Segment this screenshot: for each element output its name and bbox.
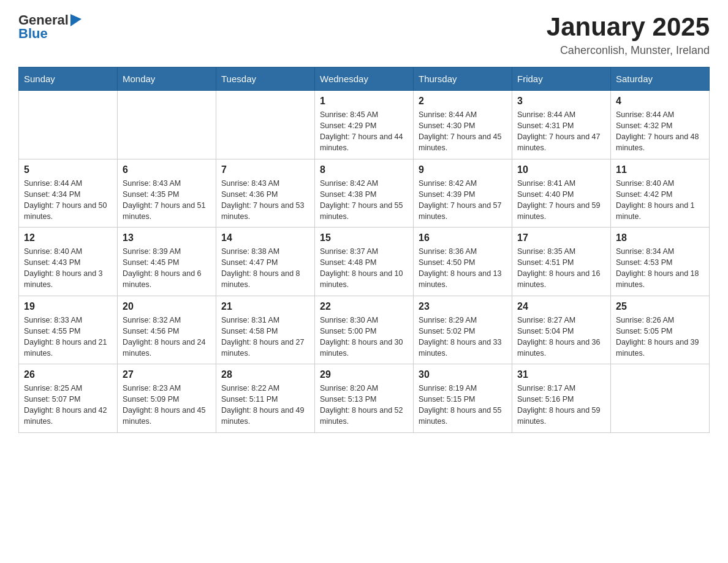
day-info: Sunrise: 8:37 AM Sunset: 4:48 PM Dayligh… <box>320 246 408 291</box>
calendar-cell: 8Sunrise: 8:42 AM Sunset: 4:38 PM Daylig… <box>315 159 414 228</box>
calendar-cell: 26Sunrise: 8:25 AM Sunset: 5:07 PM Dayli… <box>19 364 118 433</box>
calendar-cell: 14Sunrise: 8:38 AM Sunset: 4:47 PM Dayli… <box>216 228 315 296</box>
calendar-cell: 10Sunrise: 8:41 AM Sunset: 4:40 PM Dayli… <box>512 159 611 228</box>
day-number: 27 <box>123 369 211 380</box>
day-info: Sunrise: 8:29 AM Sunset: 5:02 PM Dayligh… <box>419 315 507 359</box>
weekday-header-monday: Monday <box>118 67 216 91</box>
calendar-cell: 12Sunrise: 8:40 AM Sunset: 4:43 PM Dayli… <box>19 228 118 296</box>
day-info: Sunrise: 8:44 AM Sunset: 4:32 PM Dayligh… <box>616 109 704 154</box>
logo-triangle-icon <box>70 14 82 26</box>
calendar-cell: 4Sunrise: 8:44 AM Sunset: 4:32 PM Daylig… <box>611 91 710 159</box>
day-info: Sunrise: 8:34 AM Sunset: 4:53 PM Dayligh… <box>616 246 704 291</box>
day-number: 28 <box>221 369 309 380</box>
day-number: 15 <box>320 232 408 243</box>
calendar-cell: 5Sunrise: 8:44 AM Sunset: 4:34 PM Daylig… <box>19 159 118 228</box>
calendar-week-row: 19Sunrise: 8:33 AM Sunset: 4:55 PM Dayli… <box>19 296 710 364</box>
day-number: 31 <box>517 369 605 380</box>
weekday-header-row: SundayMondayTuesdayWednesdayThursdayFrid… <box>19 67 710 91</box>
calendar-cell: 18Sunrise: 8:34 AM Sunset: 4:53 PM Dayli… <box>611 228 710 296</box>
day-info: Sunrise: 8:17 AM Sunset: 5:16 PM Dayligh… <box>517 383 605 427</box>
day-info: Sunrise: 8:45 AM Sunset: 4:29 PM Dayligh… <box>320 109 408 154</box>
day-info: Sunrise: 8:35 AM Sunset: 4:51 PM Dayligh… <box>517 246 605 291</box>
day-info: Sunrise: 8:40 AM Sunset: 4:42 PM Dayligh… <box>616 178 704 223</box>
calendar-week-row: 5Sunrise: 8:44 AM Sunset: 4:34 PM Daylig… <box>19 159 710 228</box>
day-number: 2 <box>419 96 507 107</box>
calendar-cell: 15Sunrise: 8:37 AM Sunset: 4:48 PM Dayli… <box>315 228 414 296</box>
day-number: 25 <box>616 301 704 312</box>
day-number: 17 <box>517 232 605 243</box>
calendar-cell: 21Sunrise: 8:31 AM Sunset: 4:58 PM Dayli… <box>216 296 315 364</box>
day-number: 1 <box>320 96 408 107</box>
day-number: 20 <box>123 301 211 312</box>
day-info: Sunrise: 8:19 AM Sunset: 5:15 PM Dayligh… <box>419 383 507 427</box>
calendar-cell: 31Sunrise: 8:17 AM Sunset: 5:16 PM Dayli… <box>512 364 611 433</box>
calendar-cell: 24Sunrise: 8:27 AM Sunset: 5:04 PM Dayli… <box>512 296 611 364</box>
calendar-cell: 13Sunrise: 8:39 AM Sunset: 4:45 PM Dayli… <box>118 228 216 296</box>
day-number: 30 <box>419 369 507 380</box>
day-info: Sunrise: 8:39 AM Sunset: 4:45 PM Dayligh… <box>123 246 211 291</box>
calendar-cell: 19Sunrise: 8:33 AM Sunset: 4:55 PM Dayli… <box>19 296 118 364</box>
calendar-table: SundayMondayTuesdayWednesdayThursdayFrid… <box>18 67 710 433</box>
day-info: Sunrise: 8:42 AM Sunset: 4:39 PM Dayligh… <box>419 178 507 223</box>
calendar-cell <box>611 364 710 433</box>
day-info: Sunrise: 8:43 AM Sunset: 4:36 PM Dayligh… <box>221 178 309 223</box>
day-number: 18 <box>616 232 704 243</box>
day-number: 22 <box>320 301 408 312</box>
day-info: Sunrise: 8:26 AM Sunset: 5:05 PM Dayligh… <box>616 315 704 359</box>
day-info: Sunrise: 8:25 AM Sunset: 5:07 PM Dayligh… <box>24 383 112 427</box>
day-info: Sunrise: 8:40 AM Sunset: 4:43 PM Dayligh… <box>24 246 112 291</box>
weekday-header-tuesday: Tuesday <box>216 67 315 91</box>
weekday-header-saturday: Saturday <box>611 67 710 91</box>
calendar-cell: 17Sunrise: 8:35 AM Sunset: 4:51 PM Dayli… <box>512 228 611 296</box>
day-number: 26 <box>24 369 112 380</box>
logo: General Blue <box>18 12 82 42</box>
calendar-week-row: 1Sunrise: 8:45 AM Sunset: 4:29 PM Daylig… <box>19 91 710 159</box>
day-number: 29 <box>320 369 408 380</box>
calendar-cell: 9Sunrise: 8:42 AM Sunset: 4:39 PM Daylig… <box>414 159 512 228</box>
day-number: 24 <box>517 301 605 312</box>
weekday-header-thursday: Thursday <box>414 67 512 91</box>
day-info: Sunrise: 8:44 AM Sunset: 4:30 PM Dayligh… <box>419 109 507 154</box>
location-text: Caherconlish, Munster, Ireland <box>547 44 710 57</box>
day-info: Sunrise: 8:38 AM Sunset: 4:47 PM Dayligh… <box>221 246 309 291</box>
calendar-cell: 27Sunrise: 8:23 AM Sunset: 5:09 PM Dayli… <box>118 364 216 433</box>
day-info: Sunrise: 8:22 AM Sunset: 5:11 PM Dayligh… <box>221 383 309 427</box>
calendar-cell <box>19 91 118 159</box>
day-number: 12 <box>24 232 112 243</box>
calendar-week-row: 12Sunrise: 8:40 AM Sunset: 4:43 PM Dayli… <box>19 228 710 296</box>
day-number: 9 <box>419 164 507 175</box>
calendar-cell: 23Sunrise: 8:29 AM Sunset: 5:02 PM Dayli… <box>414 296 512 364</box>
calendar-cell: 3Sunrise: 8:44 AM Sunset: 4:31 PM Daylig… <box>512 91 611 159</box>
calendar-cell: 20Sunrise: 8:32 AM Sunset: 4:56 PM Dayli… <box>118 296 216 364</box>
day-number: 4 <box>616 96 704 107</box>
calendar-cell: 29Sunrise: 8:20 AM Sunset: 5:13 PM Dayli… <box>315 364 414 433</box>
weekday-header-sunday: Sunday <box>19 67 118 91</box>
calendar-cell: 22Sunrise: 8:30 AM Sunset: 5:00 PM Dayli… <box>315 296 414 364</box>
day-info: Sunrise: 8:42 AM Sunset: 4:38 PM Dayligh… <box>320 178 408 223</box>
day-number: 6 <box>123 164 211 175</box>
calendar-cell: 1Sunrise: 8:45 AM Sunset: 4:29 PM Daylig… <box>315 91 414 159</box>
weekday-header-friday: Friday <box>512 67 611 91</box>
month-year-title: January 2025 <box>547 12 710 42</box>
day-info: Sunrise: 8:44 AM Sunset: 4:34 PM Dayligh… <box>24 178 112 223</box>
day-info: Sunrise: 8:36 AM Sunset: 4:50 PM Dayligh… <box>419 246 507 291</box>
day-number: 16 <box>419 232 507 243</box>
calendar-week-row: 26Sunrise: 8:25 AM Sunset: 5:07 PM Dayli… <box>19 364 710 433</box>
calendar-cell: 11Sunrise: 8:40 AM Sunset: 4:42 PM Dayli… <box>611 159 710 228</box>
day-info: Sunrise: 8:33 AM Sunset: 4:55 PM Dayligh… <box>24 315 112 359</box>
day-number: 21 <box>221 301 309 312</box>
day-info: Sunrise: 8:20 AM Sunset: 5:13 PM Dayligh… <box>320 383 408 427</box>
calendar-cell <box>216 91 315 159</box>
day-number: 3 <box>517 96 605 107</box>
day-info: Sunrise: 8:30 AM Sunset: 5:00 PM Dayligh… <box>320 315 408 359</box>
day-number: 7 <box>221 164 309 175</box>
day-number: 23 <box>419 301 507 312</box>
weekday-header-wednesday: Wednesday <box>315 67 414 91</box>
calendar-cell: 7Sunrise: 8:43 AM Sunset: 4:36 PM Daylig… <box>216 159 315 228</box>
logo-bottom: Blue <box>18 26 82 42</box>
calendar-cell: 2Sunrise: 8:44 AM Sunset: 4:30 PM Daylig… <box>414 91 512 159</box>
day-info: Sunrise: 8:32 AM Sunset: 4:56 PM Dayligh… <box>123 315 211 359</box>
calendar-cell: 30Sunrise: 8:19 AM Sunset: 5:15 PM Dayli… <box>414 364 512 433</box>
day-info: Sunrise: 8:23 AM Sunset: 5:09 PM Dayligh… <box>123 383 211 427</box>
day-number: 19 <box>24 301 112 312</box>
